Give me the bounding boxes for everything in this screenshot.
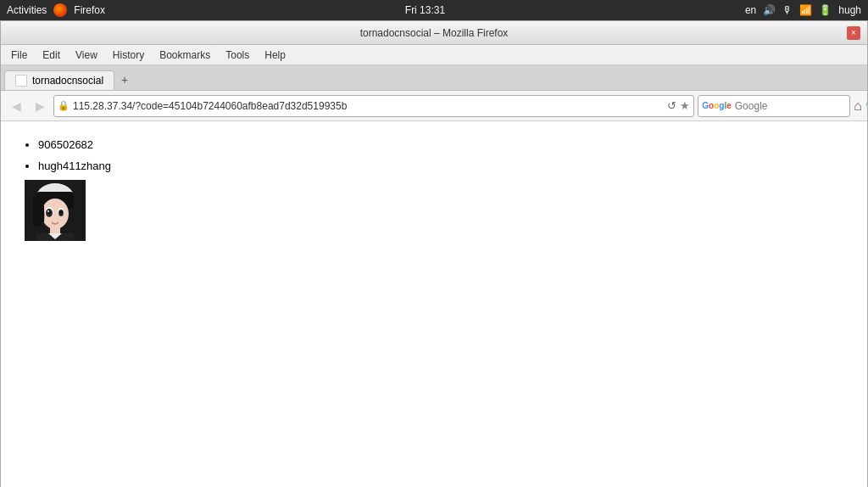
list-item: hugh411zhang bbox=[38, 156, 850, 176]
menu-help[interactable]: Help bbox=[258, 48, 292, 63]
window-close-button[interactable]: × bbox=[847, 26, 860, 40]
tab-bar: tornadocnsocial + bbox=[1, 65, 867, 91]
profile-image-container bbox=[18, 180, 850, 247]
svg-point-11 bbox=[60, 210, 63, 214]
back-button[interactable]: ◀ bbox=[6, 96, 26, 116]
menu-bookmarks[interactable]: Bookmarks bbox=[153, 48, 217, 63]
content-list: 906502682 hugh411zhang bbox=[18, 135, 850, 176]
activities-label[interactable]: Activities bbox=[7, 4, 47, 16]
menu-edit[interactable]: Edit bbox=[36, 48, 67, 63]
system-bar-right: en 🔊 🎙 📶 🔋 hugh bbox=[745, 4, 861, 16]
browser-name-label: Firefox bbox=[74, 4, 105, 16]
image-list bbox=[38, 180, 850, 247]
profile-avatar bbox=[25, 180, 86, 241]
home-button[interactable]: ⌂ bbox=[854, 98, 862, 114]
list-item: 906502682 bbox=[38, 135, 850, 154]
url-lock-icon: 🔒 bbox=[58, 100, 70, 111]
wifi-icon: 📶 bbox=[799, 4, 812, 16]
bookmark-star-icon[interactable]: ★ bbox=[680, 99, 690, 112]
page-content: 906502682 hugh411zhang bbox=[1, 121, 867, 487]
user-label: hugh bbox=[838, 4, 861, 16]
forward-button[interactable]: ▶ bbox=[30, 96, 50, 116]
menu-bar: File Edit View History Bookmarks Tools H… bbox=[1, 45, 867, 65]
system-bar-left: Activities Firefox bbox=[7, 3, 105, 17]
title-bar: tornadocnsocial – Mozilla Firefox × bbox=[1, 21, 867, 45]
menu-tools[interactable]: Tools bbox=[219, 48, 256, 63]
search-bar: Google 🔍 bbox=[698, 95, 850, 117]
nav-bar: ◀ ▶ 🔒 ↺ ★ Google 🔍 ⌂ bbox=[1, 91, 867, 121]
menu-history[interactable]: History bbox=[106, 48, 151, 63]
window-title: tornadocnsocial – Mozilla Firefox bbox=[21, 27, 847, 39]
url-input[interactable] bbox=[73, 100, 664, 112]
new-tab-button[interactable]: + bbox=[114, 70, 135, 90]
menu-file[interactable]: File bbox=[4, 48, 34, 63]
search-input[interactable] bbox=[735, 100, 862, 112]
menu-view[interactable]: View bbox=[69, 48, 104, 63]
svg-point-8 bbox=[47, 210, 49, 212]
refresh-icon[interactable]: ↺ bbox=[667, 99, 676, 112]
volume-icon: 🔊 bbox=[763, 4, 776, 16]
mic-icon: 🎙 bbox=[782, 4, 793, 16]
search-engine-logo: Google bbox=[702, 101, 731, 110]
firefox-logo-icon bbox=[53, 3, 67, 17]
tab-label: tornadocnsocial bbox=[32, 75, 103, 87]
active-tab[interactable]: tornadocnsocial bbox=[4, 70, 114, 90]
language-indicator: en bbox=[745, 4, 756, 16]
tab-favicon-icon bbox=[15, 75, 27, 87]
system-bar: Activities Firefox Fri 13:31 en 🔊 🎙 📶 🔋 … bbox=[0, 0, 868, 20]
system-clock: Fri 13:31 bbox=[405, 4, 445, 16]
image-list-item bbox=[25, 180, 850, 247]
browser-window: tornadocnsocial – Mozilla Firefox × File… bbox=[0, 20, 868, 487]
battery-icon: 🔋 bbox=[819, 4, 832, 16]
url-bar: 🔒 ↺ ★ bbox=[53, 95, 694, 117]
